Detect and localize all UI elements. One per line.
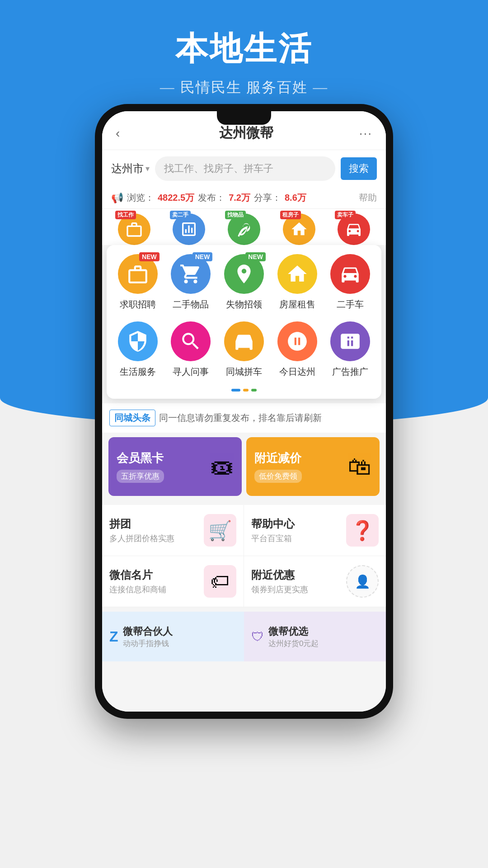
feature-bizcard-icon: 🏷: [204, 565, 236, 598]
cat-icon-carpool: [224, 321, 264, 361]
cat-carpool[interactable]: 同城拼车: [220, 321, 268, 378]
cat-lostfound[interactable]: NEW 失物招领: [220, 254, 268, 311]
dot-3: [251, 389, 257, 392]
popup-dots: [111, 389, 377, 392]
cat-label-ads: 广告推广: [332, 366, 368, 378]
bottom-banner: Z 微帮合伙人 动动手指挣钱 🛡 微帮优选 达州好货0元起: [102, 612, 386, 661]
cat-label-secondhand: 二手物品: [173, 298, 209, 311]
cat-label-lostfound: 失物招领: [226, 298, 262, 311]
cat-icon-recruit: NEW: [118, 254, 158, 294]
cat-top-car[interactable]: 卖车子: [326, 213, 381, 245]
feature-groupbuy[interactable]: 拼团 多人拼团价格实惠 🛒: [102, 505, 244, 556]
stats-bar: 📢 浏览： 4822.5万 发布： 7.2万 分享： 8.6万 帮助: [102, 187, 386, 209]
cat-icon-usedcar: [330, 254, 370, 294]
promo-member-info: 会员黑卡 五折享优惠: [117, 450, 164, 483]
feature-groupbuy-desc: 多人拼团价格实惠: [109, 533, 204, 544]
cat-icon-secondhand2: NEW: [171, 254, 211, 294]
search-button[interactable]: 搜索: [341, 157, 377, 180]
cat-recruit[interactable]: NEW 求职招聘: [114, 254, 162, 311]
banner-selected-subtitle: 达州好货0元起: [268, 638, 379, 649]
banner-partner[interactable]: Z 微帮合伙人 动动手指挣钱: [102, 612, 244, 661]
cat-top-secondhand[interactable]: 卖二手: [162, 213, 217, 245]
category-row-1: NEW 求职招聘 NEW 二手物品: [111, 254, 377, 311]
feature-grid: 拼团 多人拼团价格实惠 🛒 帮助中心 平台百宝箱 ❓: [102, 505, 386, 607]
app-content: ‹ 达州微帮 ··· 达州市 ▾ 找工作、找房子、拼车子 搜索 📢 浏览：: [102, 111, 386, 712]
cat-badge-secondhand2: NEW: [192, 252, 213, 261]
city-arrow-icon: ▾: [145, 164, 150, 174]
publish-label: 发布：: [198, 192, 225, 204]
search-input[interactable]: 找工作、找房子、拼车子: [155, 156, 335, 181]
app-title: 达州微帮: [219, 124, 273, 142]
promo-member-card[interactable]: 会员黑卡 五折享优惠 🎟: [108, 437, 242, 496]
cat-badge-lost: 找物品: [225, 211, 246, 219]
phone-container: ‹ 达州微帮 ··· 达州市 ▾ 找工作、找房子、拼车子 搜索 📢 浏览：: [95, 104, 393, 719]
back-button[interactable]: ‹: [116, 126, 134, 141]
cat-label-carpool: 同城拼车: [226, 366, 262, 378]
cat-label-recruit: 求职招聘: [120, 298, 156, 311]
headline-text: 同一信息请勿重复发布，排名靠后请刷新: [159, 412, 322, 424]
headline-tag: 同城头条: [109, 410, 155, 426]
banner-partner-info: 微帮合伙人 动动手指挣钱: [123, 625, 237, 649]
cat-secondhand[interactable]: NEW 二手物品: [167, 254, 215, 311]
cat-icon-lostfound: NEW: [224, 254, 264, 294]
cat-icon-findperson: [171, 321, 211, 361]
cat-top-rent[interactable]: 租房子: [272, 213, 327, 245]
help-link[interactable]: 帮助: [359, 192, 377, 204]
phone-screen: ‹ 达州微帮 ··· 达州市 ▾ 找工作、找房子、拼车子 搜索 📢 浏览：: [102, 111, 386, 712]
cat-label-renthouse: 房屋租售: [279, 298, 315, 311]
feature-helpcenter-info: 帮助中心 平台百宝箱: [251, 517, 346, 544]
promo-discount-card[interactable]: 附近减价 低价免费领 🛍: [246, 437, 380, 496]
feature-helpcenter-desc: 平台百宝箱: [251, 533, 346, 544]
cat-label-usedcar: 二手车: [337, 298, 364, 311]
dot-2: [243, 389, 249, 392]
promo-member-icon: 🎟: [210, 453, 234, 480]
cat-icon-secondhand: 卖二手: [173, 213, 205, 245]
cat-find-person[interactable]: 寻人问事: [167, 321, 215, 378]
feature-groupbuy-title: 拼团: [109, 517, 204, 531]
cat-badge-secondhand: 卖二手: [170, 211, 191, 219]
cat-icon-job: 找工作: [118, 213, 150, 245]
search-bar: 达州市 ▾ 找工作、找房子、拼车子 搜索: [102, 150, 386, 187]
cat-rent-house[interactable]: 房屋租售: [273, 254, 321, 311]
cat-label-findperson: 寻人问事: [173, 366, 209, 378]
shield-icon: 🛡: [251, 629, 264, 644]
feature-nearbydeals-info: 附近优惠 领券到店更实惠: [251, 568, 346, 595]
browse-label: 浏览：: [127, 192, 154, 204]
cat-top-job[interactable]: 找工作: [107, 213, 162, 245]
feature-groupbuy-info: 拼团 多人拼团价格实惠: [109, 517, 204, 544]
banner-partner-title: 微帮合伙人: [123, 625, 237, 638]
cat-ads[interactable]: 广告推广: [326, 321, 374, 378]
cat-life-service[interactable]: 生活服务: [114, 321, 162, 378]
cat-icon-lost: 找物品: [228, 213, 260, 245]
banner-selected[interactable]: 🛡 微帮优选 达州好货0元起: [244, 612, 386, 661]
feature-help-center[interactable]: 帮助中心 平台百宝箱 ❓: [244, 505, 386, 556]
feature-bizcard-info: 微信名片 连接信息和商铺: [109, 568, 204, 595]
category-row-2: 生活服务 寻人问事 同城拼车: [111, 321, 377, 378]
feature-groupbuy-icon: 🛒: [204, 514, 236, 547]
headlines-bar: 同城头条 同一信息请勿重复发布，排名靠后请刷新: [102, 403, 386, 433]
feature-bizcard-desc: 连接信息和商铺: [109, 584, 204, 595]
feature-bizcard[interactable]: 微信名片 连接信息和商铺 🏷: [102, 556, 244, 607]
promo-row: 会员黑卡 五折享优惠 🎟 附近减价 低价免费领 🛍: [102, 433, 386, 500]
category-popup: NEW 求职招聘 NEW 二手物品: [107, 245, 381, 399]
promo-discount-title: 附近减价: [254, 450, 302, 466]
page-subtitle: 民情民生 服务百姓: [0, 78, 488, 98]
cat-badge-car: 卖车子: [335, 211, 356, 219]
feature-helpcenter-title: 帮助中心: [251, 517, 346, 531]
cat-used-car[interactable]: 二手车: [326, 254, 374, 311]
phone-frame: ‹ 达州微帮 ··· 达州市 ▾ 找工作、找房子、拼车子 搜索 📢 浏览：: [95, 104, 393, 719]
publish-value: 7.2万: [229, 192, 250, 204]
feature-nearbydeals-desc: 领券到店更实惠: [251, 584, 346, 595]
page-title: 本地生活: [0, 27, 488, 71]
promo-member-title: 会员黑卡: [117, 450, 164, 466]
city-selector[interactable]: 达州市 ▾: [111, 161, 150, 176]
cat-today-dazou[interactable]: 今日达州: [273, 321, 321, 378]
more-button[interactable]: ···: [359, 126, 372, 141]
cat-top-lost[interactable]: 找物品: [216, 213, 272, 245]
feature-nearbydeals-title: 附近优惠: [251, 568, 346, 582]
cat-icon-ads: [330, 321, 370, 361]
banner-selected-info: 微帮优选 达州好货0元起: [268, 625, 379, 649]
cat-icon-renthouse: [277, 254, 317, 294]
cat-icon-todaydazhou: [277, 321, 317, 361]
feature-nearby-deals[interactable]: 附近优惠 领券到店更实惠 👤: [244, 556, 386, 607]
